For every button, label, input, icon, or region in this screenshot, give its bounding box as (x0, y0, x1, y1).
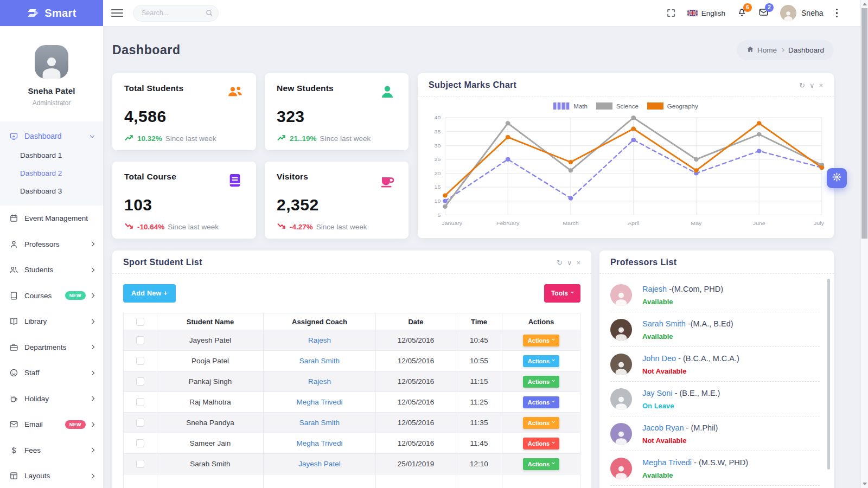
professor-status: Available (642, 298, 723, 306)
row-checkbox[interactable] (136, 336, 144, 344)
row-checkbox[interactable] (136, 398, 144, 406)
professor-degree: - (B.E., M.E.) (675, 389, 720, 397)
panel-collapse-icon[interactable]: ∨ (809, 82, 815, 89)
sidebar-items: Event Management Professors Students Cou… (0, 206, 103, 488)
professor-name-link[interactable]: Jay Soni (642, 389, 673, 397)
notifications-button[interactable]: 6 (737, 7, 747, 20)
sidebar-item-courses[interactable]: Courses NEW (0, 283, 103, 309)
sidebar-subitem-dashboard-1[interactable]: Dashboard 1 (0, 146, 103, 164)
coach-link[interactable]: Sarah Smith (299, 357, 340, 365)
professor-item: Jacob Ryan - (M.Phil) Not Available (610, 416, 820, 451)
row-checkbox[interactable] (136, 460, 144, 468)
sidebar-item-label: Students (24, 266, 53, 274)
stat-value: 2,352 (277, 196, 397, 214)
tools-button[interactable]: Tools (544, 284, 580, 303)
actions-button[interactable]: Actions (523, 355, 559, 367)
column-header-student-name[interactable]: Student Name (157, 313, 264, 330)
panel-close-icon[interactable]: × (819, 82, 823, 89)
page-scrollbar[interactable] (860, 0, 868, 488)
scrollbar-up-arrow[interactable] (863, 3, 867, 5)
calendar-icon (9, 214, 18, 223)
actions-button[interactable]: Actions (523, 417, 559, 429)
kebab-menu-button[interactable] (835, 8, 839, 19)
sidebar-item-label: Email (24, 420, 43, 428)
students-table: Student NameAssigned CoachDateTimeAction… (123, 313, 580, 488)
sidebar-item-professors[interactable]: Professors (0, 232, 103, 258)
professor-name-link[interactable]: Jacob Ryan (642, 423, 684, 432)
row-checkbox[interactable] (136, 377, 144, 386)
fullscreen-button[interactable] (666, 8, 676, 18)
sidebar-item-email[interactable]: Email NEW (0, 412, 103, 438)
legend-item-math[interactable]: Math (553, 102, 588, 110)
sidebar-item-staff[interactable]: Staff (0, 360, 103, 386)
coach-link[interactable]: Rajesh (308, 336, 331, 344)
professor-name-link[interactable]: Rajesh (642, 285, 667, 293)
select-all-checkbox[interactable] (136, 318, 144, 326)
professor-item: Megha Trivedi - (M.S.W, PHD) Available (610, 451, 820, 486)
sidebar-item-students[interactable]: Students (0, 257, 103, 283)
panel-refresh-icon[interactable]: ↻ (557, 259, 563, 266)
sidebar-item-holiday[interactable]: Holiday (0, 386, 103, 412)
sidebar-item-layouts[interactable]: Layouts (0, 463, 103, 488)
actions-button[interactable]: Actions (523, 438, 559, 450)
actions-button[interactable]: Actions (523, 458, 559, 470)
professor-item: Rajesh -(M.Com, PHD) Available (610, 278, 820, 312)
sidebar-item-dashboard[interactable]: Dashboard (0, 126, 103, 146)
panel-close-icon[interactable]: × (576, 259, 580, 266)
time-cell: 11:15 (456, 371, 502, 392)
stat-percent: 21..19% (290, 134, 317, 143)
actions-button[interactable]: Actions (523, 396, 559, 408)
language-selector[interactable]: English (687, 9, 725, 17)
coach-link[interactable]: Sarah Smith (299, 419, 340, 427)
column-header-date[interactable]: Date (376, 313, 456, 330)
panel-refresh-icon[interactable]: ↻ (799, 82, 805, 89)
row-checkbox[interactable] (136, 419, 144, 427)
actions-button[interactable]: Actions (523, 335, 559, 346)
brand[interactable]: Smart (0, 0, 103, 26)
row-checkbox[interactable] (136, 357, 144, 365)
search-icon[interactable] (205, 9, 213, 19)
professors-scrollbar[interactable] (827, 279, 830, 470)
professor-avatar (610, 354, 632, 375)
professor-avatar (610, 284, 632, 306)
coach-link[interactable]: Rajesh (308, 377, 331, 386)
professor-name-link[interactable]: John Deo (642, 354, 676, 363)
dollar-icon (9, 446, 18, 455)
legend-item-geography[interactable]: Geography (647, 102, 698, 110)
coach-link[interactable]: Jayesh Patel (298, 460, 340, 468)
chevron-right-icon (90, 268, 94, 272)
legend-item-science[interactable]: Science (596, 102, 639, 110)
coach-link[interactable]: Megha Trivedi (297, 439, 343, 447)
chart-area: Math Science Geography 510152025303540Ja… (418, 97, 834, 232)
panel-collapse-icon[interactable]: ∨ (567, 259, 572, 266)
professor-name-link[interactable]: Megha Trivedi (642, 458, 692, 467)
stat-percent: -4.27% (290, 223, 313, 231)
sidebar-item-label: Dashboard (24, 132, 62, 140)
sidebar-item-fees[interactable]: Fees (0, 438, 103, 464)
professor-name-link[interactable]: Sarah Smith (642, 319, 686, 328)
settings-fab[interactable] (827, 168, 847, 188)
add-new-button[interactable]: Add New + (123, 284, 176, 303)
row-checkbox[interactable] (136, 439, 144, 447)
stat-card-visitors: Visitors 2,352 -4.27% Since last week (265, 162, 409, 239)
column-header-actions[interactable]: Actions (502, 313, 580, 330)
coach-link[interactable]: Megha Trivedi (297, 398, 343, 406)
scrollbar-down-arrow[interactable] (863, 483, 867, 485)
hamburger-menu-button[interactable] (111, 9, 123, 17)
column-header-time[interactable]: Time (456, 313, 502, 330)
scrollbar-thumb[interactable] (861, 8, 867, 239)
actions-button[interactable]: Actions (523, 376, 559, 388)
messages-button[interactable]: 2 (758, 7, 769, 20)
sidebar-item-event-management[interactable]: Event Management (0, 206, 103, 232)
column-header-assigned-coach[interactable]: Assigned Coach (264, 313, 376, 330)
sidebar-item-departments[interactable]: Departments (0, 335, 103, 361)
student-name-cell: Jayesh Patel (157, 330, 264, 351)
breadcrumb-home-link[interactable]: Home (746, 46, 777, 55)
professors-list: Rajesh -(M.Com, PHD) Available Sarah Smi… (599, 274, 834, 488)
sidebar-subitem-dashboard-3[interactable]: Dashboard 3 (0, 182, 103, 200)
open-book-icon (9, 317, 18, 326)
sidebar-subitem-dashboard-2[interactable]: Dashboard 2 (0, 164, 103, 182)
professor-item: Sarah Smith -(M.A., B.Ed) Available (610, 312, 820, 347)
user-menu[interactable]: Sneha (780, 5, 823, 21)
sidebar-item-library[interactable]: Library (0, 309, 103, 335)
